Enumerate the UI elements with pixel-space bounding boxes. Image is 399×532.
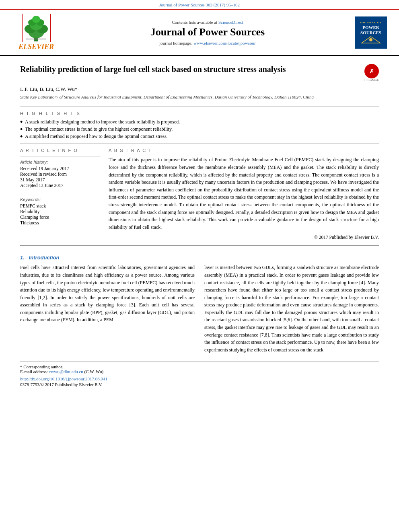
- keywords-label: Keywords:: [20, 197, 101, 202]
- badge-title-text: POWERSOURCES: [360, 25, 381, 35]
- footnote-section: * Corresponding author. E-mail address: …: [20, 362, 379, 387]
- doi-line: http://dx.doi.org/10.1016/j.jpowsour.201…: [20, 376, 379, 381]
- crossmark-icon: ✗: [364, 64, 379, 78]
- affiliation: State Key Laboratory of Structure Analys…: [20, 94, 379, 100]
- badge-icon: [361, 36, 381, 44]
- keywords-section: Keywords: PEMFC stack Reliability Clampi…: [20, 197, 101, 225]
- sciencedirect-line: Contents lists available at ScienceDirec…: [64, 20, 351, 25]
- paper-title: Reliability prediction of large fuel cel…: [20, 64, 358, 74]
- highlights-section: H I G H L I G H T S A stack reliability …: [20, 111, 379, 140]
- svg-point-7: [32, 16, 40, 23]
- journal-reference-bar: Journal of Power Sources 363 (2017) 95–1…: [0, 0, 399, 10]
- revised-date: 31 May 2017: [20, 177, 101, 182]
- article-info-col: A R T I C L E I N F O Article history: R…: [20, 148, 101, 240]
- article-info-abstract-row: A R T I C L E I N F O Article history: R…: [20, 148, 379, 240]
- keyword-1: PEMFC stack: [20, 203, 101, 208]
- homepage-link[interactable]: www.elsevier.com/locate/jpowsour: [193, 41, 255, 45]
- homepage-line: journal homepage: www.elsevier.com/locat…: [64, 41, 351, 45]
- divider-after-highlights: [20, 144, 379, 144]
- accepted-date: Accepted 13 June 2017: [20, 183, 101, 188]
- elsevier-tree-logo: [18, 14, 54, 42]
- intro-section-title: 1. Introduction: [20, 255, 379, 261]
- revised-label: Received in revised form: [20, 172, 101, 177]
- keyword-4: Thickness: [20, 220, 101, 225]
- info-divider-1: [20, 156, 101, 156]
- corresponding-author-note: * Corresponding author.: [20, 364, 379, 369]
- divider-after-affiliation: [20, 107, 379, 107]
- highlight-item-3: A simplified method is proposed how to d…: [20, 134, 379, 140]
- journal-info-center: Contents lists available at ScienceDirec…: [64, 20, 351, 45]
- author-email-link[interactable]: cwwu@dlut.edu.cn: [49, 369, 83, 374]
- elsevier-wordmark: ELSEVIER: [19, 43, 54, 51]
- sciencedirect-link[interactable]: ScienceDirect: [218, 20, 243, 25]
- crossmark-area: ✗ CrossMark: [364, 64, 379, 82]
- divider-after-abstract: [20, 245, 379, 246]
- highlights-heading: H I G H L I G H T S: [20, 111, 379, 116]
- copyright-line: © 2017 Published by Elsevier B.V.: [109, 235, 379, 240]
- history-label: Article history:: [20, 160, 101, 164]
- journal-badge: JOURNAL OF POWERSOURCES: [355, 16, 387, 49]
- journal-ref-text: Journal of Power Sources 363 (2017) 95–1…: [159, 2, 240, 7]
- badge-top-text: JOURNAL OF: [360, 21, 382, 24]
- abstract-text: The aim of this paper is to improve the …: [109, 156, 379, 231]
- svg-point-12: [369, 38, 372, 41]
- journal-title: Journal of Power Sources: [64, 26, 351, 38]
- introduction-section: 1. Introduction Fuel cells have attracte…: [20, 255, 379, 353]
- email-note: E-mail address: cwwu@dlut.edu.cn (C.W. W…: [20, 369, 379, 374]
- abstract-heading: A B S T R A C T: [109, 148, 379, 153]
- doi-link[interactable]: http://dx.doi.org/10.1016/j.jpowsour.201…: [20, 376, 107, 381]
- info-divider-2: [20, 192, 101, 192]
- highlights-list: A stack reliability designing method to …: [20, 119, 379, 140]
- authors-line: L.F. Liu, B. Liu, C.W. Wu*: [20, 86, 379, 92]
- keyword-2: Reliability: [20, 209, 101, 214]
- intro-col-right: layer is inserted between two GDLs, form…: [204, 264, 379, 353]
- article-info-heading: A R T I C L E I N F O: [20, 148, 101, 153]
- highlight-item-1: A stack reliability designing method to …: [20, 119, 379, 125]
- svg-rect-8: [26, 39, 46, 39]
- journal-header: ELSEVIER Contents lists available at Sci…: [0, 10, 399, 56]
- issn-line: 0378-7753/© 2017 Published by Elsevier B…: [20, 382, 379, 387]
- main-content: Reliability prediction of large fuel cel…: [0, 56, 399, 395]
- journal-badge-area: JOURNAL OF POWERSOURCES: [351, 16, 391, 49]
- keyword-3: Clamping force: [20, 215, 101, 220]
- crossmark-label: CrossMark: [364, 78, 379, 82]
- intro-col-left: Fuel cells have attracted interest from …: [20, 264, 195, 353]
- highlight-item-2: The optimal contact stress is found to g…: [20, 126, 379, 132]
- elsevier-logo-area: ELSEVIER: [8, 14, 64, 51]
- received-date: Received 19 January 2017: [20, 166, 101, 171]
- abstract-col: A B S T R A C T The aim of this paper is…: [109, 148, 379, 240]
- intro-two-col: Fuel cells have attracted interest from …: [20, 264, 379, 353]
